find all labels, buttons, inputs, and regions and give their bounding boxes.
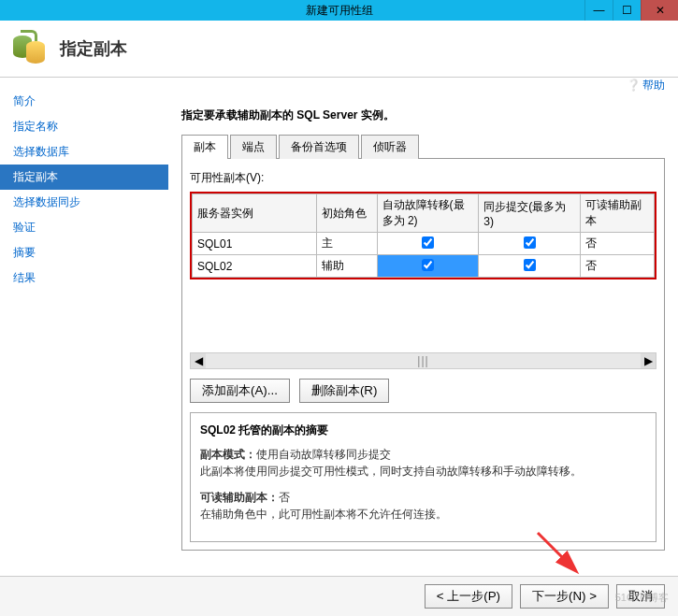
col-role: 初始角色: [317, 194, 377, 233]
maximize-button[interactable]: ☐: [613, 0, 641, 21]
auto-failover-checkbox[interactable]: [422, 236, 434, 249]
wizard-footer: < 上一步(P) 下一步(N) > 取消: [0, 576, 678, 616]
table-row[interactable]: SQL01 主 否: [193, 233, 655, 255]
table-header-row: 服务器实例 初始角色 自动故障转移(最多为 2) 同步提交(最多为 3) 可读辅…: [193, 194, 655, 233]
summary-readable-desc: 在辅助角色中，此可用性副本将不允许任何连接。: [200, 508, 447, 521]
tab-backup-pref[interactable]: 备份首选项: [279, 135, 359, 159]
replica-summary: SQL02 托管的副本的摘要 副本模式：使用自动故障转移同步提交 此副本将使用同…: [190, 412, 656, 542]
summary-mode: 副本模式：使用自动故障转移同步提交 此副本将使用同步提交可用性模式，同时支持自动…: [200, 446, 646, 480]
nav-select-db[interactable]: 选择数据库: [0, 139, 168, 165]
col-server: 服务器实例: [193, 194, 317, 233]
add-replica-button[interactable]: 添加副本(A)...: [190, 379, 290, 403]
cell-role: 主: [317, 233, 377, 255]
page-header: 指定副本: [0, 21, 678, 78]
replica-actions: 添加副本(A)... 删除副本(R): [190, 379, 656, 403]
nav-validate[interactable]: 验证: [0, 215, 168, 240]
col-sync-commit: 同步提交(最多为 3): [479, 194, 581, 233]
table-row[interactable]: SQL02 辅助 否: [193, 255, 655, 278]
nav-specify-name[interactable]: 指定名称: [0, 114, 168, 139]
summary-readable-value: 否: [279, 491, 290, 504]
page-title: 指定副本: [60, 37, 127, 60]
scroll-right-icon[interactable]: ▶: [641, 353, 656, 368]
cell-sync-commit: [479, 255, 581, 278]
nav-result[interactable]: 结果: [0, 265, 168, 291]
cell-auto-failover: [377, 233, 479, 255]
cell-role: 辅助: [317, 255, 377, 278]
window-title: 新建可用性组: [306, 3, 373, 19]
help-link[interactable]: 帮助: [627, 78, 665, 93]
summary-title: SQL02 托管的副本的摘要: [200, 423, 646, 438]
summary-mode-label: 副本模式：: [200, 448, 256, 461]
cell-readable[interactable]: 否: [580, 233, 654, 255]
horizontal-scrollbar[interactable]: ◀ ||| ▶: [190, 352, 656, 369]
tab-content: 可用性副本(V): 服务器实例 初始角色 自动故障转移(最多为 2) 同步提交(…: [181, 159, 665, 551]
table-label: 可用性副本(V):: [190, 170, 656, 186]
summary-readable: 可读辅助副本：否 在辅助角色中，此可用性副本将不允许任何连接。: [200, 489, 646, 523]
sync-commit-checkbox[interactable]: [524, 259, 536, 271]
nav-summary[interactable]: 摘要: [0, 240, 168, 265]
tab-listener[interactable]: 侦听器: [361, 135, 419, 159]
instruction-text: 指定要承载辅助副本的 SQL Server 实例。: [181, 107, 665, 123]
remove-replica-button[interactable]: 删除副本(R): [299, 379, 390, 403]
scroll-left-icon[interactable]: ◀: [191, 353, 206, 368]
tab-strip: 副本 端点 备份首选项 侦听器: [181, 135, 665, 159]
summary-mode-value: 使用自动故障转移同步提交: [256, 448, 391, 461]
col-auto-failover: 自动故障转移(最多为 2): [377, 194, 479, 233]
nav-data-sync[interactable]: 选择数据同步: [0, 190, 168, 215]
cell-auto-failover: [377, 255, 479, 278]
replica-grid-highlight: 服务器实例 初始角色 自动故障转移(最多为 2) 同步提交(最多为 3) 可读辅…: [190, 192, 656, 279]
cell-sync-commit: [479, 233, 581, 255]
summary-mode-desc: 此副本将使用同步提交可用性模式，同时支持自动故障转移和手动故障转移。: [200, 465, 582, 478]
auto-failover-checkbox[interactable]: [422, 259, 434, 271]
summary-readable-label: 可读辅助副本：: [200, 491, 279, 504]
wizard-nav: 简介 指定名称 选择数据库 指定副本 选择数据同步 验证 摘要 结果: [0, 78, 168, 585]
cell-server: SQL01: [193, 233, 317, 255]
next-button[interactable]: 下一步(N) >: [520, 584, 609, 609]
close-button[interactable]: ✕: [641, 0, 678, 21]
minimize-button[interactable]: —: [584, 0, 613, 21]
sync-commit-checkbox[interactable]: [524, 236, 536, 249]
watermark: 51CTO博客: [615, 591, 669, 605]
window-controls: — ☐ ✕: [584, 0, 678, 21]
cell-server: SQL02: [193, 255, 317, 278]
nav-intro[interactable]: 简介: [0, 89, 168, 114]
wizard-icon: [11, 30, 49, 67]
nav-specify-replica[interactable]: 指定副本: [0, 165, 168, 190]
tab-replica[interactable]: 副本: [181, 135, 228, 159]
cell-readable[interactable]: 否: [580, 255, 654, 278]
col-readable: 可读辅助副本: [580, 194, 654, 233]
prev-button[interactable]: < 上一步(P): [425, 584, 512, 609]
tab-endpoint[interactable]: 端点: [230, 135, 277, 159]
replica-grid: 服务器实例 初始角色 自动故障转移(最多为 2) 同步提交(最多为 3) 可读辅…: [192, 193, 655, 278]
scroll-track[interactable]: |||: [206, 353, 641, 368]
window-titlebar: 新建可用性组 — ☐ ✕: [0, 0, 678, 21]
